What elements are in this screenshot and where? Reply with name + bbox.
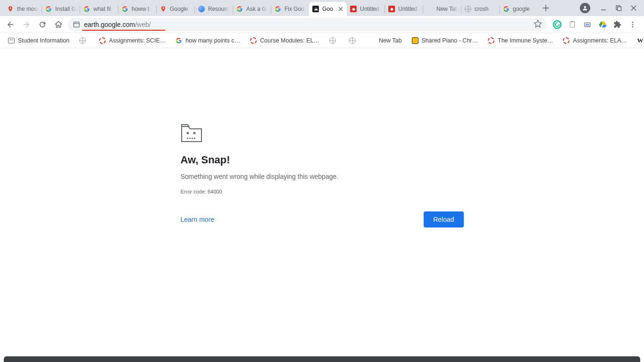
tab-title: Install G — [55, 6, 77, 12]
svg-point-13 — [632, 24, 634, 25]
google-g-icon — [175, 37, 183, 44]
clipboard-extension-icon[interactable] — [568, 20, 577, 29]
browser-tab[interactable]: Fix Goo — [271, 2, 309, 16]
bookmark-item[interactable] — [345, 35, 363, 46]
google-g-icon — [274, 5, 282, 13]
browser-tab[interactable]: Ask a G — [233, 2, 271, 16]
bookmark-item[interactable]: Course Modules: EL… — [246, 35, 323, 46]
tab-title: howw t — [132, 6, 153, 12]
bookmark-item[interactable]: Shared Piano - Chr… — [408, 35, 482, 46]
tab-title: Fix Goo — [284, 6, 306, 12]
tab-title: what fil — [93, 6, 115, 12]
canvas-icon — [562, 37, 570, 44]
bookmark-item[interactable]: The Immune Syste… — [484, 35, 557, 46]
close-window-button[interactable] — [630, 4, 637, 12]
os-shelf[interactable] — [4, 356, 640, 362]
tab-title: Ask a G — [246, 6, 268, 12]
nav-home-button[interactable] — [52, 18, 65, 31]
google-drive-icon[interactable] — [598, 20, 607, 29]
tab-strip: the mooInstall Gwhat filhoww tGoogleReso… — [0, 0, 644, 16]
browser-menu-icon[interactable] — [628, 20, 637, 29]
sad-folder-icon — [181, 124, 202, 143]
tab-title: Untitled — [398, 6, 420, 12]
bookmark-label: The Immune Syste… — [498, 37, 553, 44]
google-g-icon — [45, 5, 52, 13]
nav-forward-button[interactable] — [20, 18, 33, 31]
error-message: Something went wrong while displaying th… — [181, 173, 464, 180]
red-box-icon: ◆ — [350, 5, 357, 13]
svg-point-12 — [632, 22, 634, 23]
browser-tab[interactable]: Install G — [42, 2, 80, 16]
browser-tab[interactable]: the moo — [4, 2, 42, 16]
canvas-icon — [99, 37, 106, 44]
minimize-button[interactable] — [600, 4, 607, 12]
browser-tab[interactable]: Resourc — [195, 2, 233, 16]
canvas-icon — [250, 37, 257, 44]
dark-box-icon: ⛰ — [312, 5, 319, 13]
svg-rect-5 — [74, 22, 79, 27]
svg-point-14 — [632, 26, 634, 27]
browser-tab[interactable]: ◆Untitled — [347, 2, 385, 16]
browser-tab[interactable]: what fil — [80, 2, 118, 16]
nav-reload-button[interactable] — [36, 18, 49, 31]
google-g-icon — [236, 5, 243, 13]
bookmark-item[interactable]: W — [633, 35, 644, 46]
bookmark-item[interactable]: how many points c… — [171, 35, 244, 46]
browser-tab[interactable]: ⛰Goo — [309, 2, 347, 16]
new-tab-button[interactable] — [539, 1, 552, 15]
error-code: Error code: 64000 — [181, 189, 464, 194]
address-bar[interactable]: earth.google.com/web/ — [68, 18, 547, 31]
globe-gray-icon — [349, 37, 356, 44]
reload-button[interactable]: Reload — [424, 211, 463, 227]
browser-tab[interactable]: crosh — [461, 2, 499, 16]
tab-close-icon[interactable] — [337, 6, 344, 12]
grammarly-extension-icon[interactable] — [552, 20, 562, 29]
learn-more-link[interactable]: Learn more — [181, 216, 215, 223]
maps-pin-icon — [7, 5, 14, 13]
bookmark-item[interactable]: Assignments: ELA… — [559, 35, 631, 46]
profile-avatar[interactable] — [580, 3, 590, 13]
tab-title: New Tab — [436, 6, 458, 12]
bookmark-label: Assignments: SCIE… — [109, 37, 166, 44]
browser-toolbar: earth.google.com/web/ — [0, 16, 644, 33]
bookmark-item[interactable]: Student Information — [4, 35, 73, 46]
svg-point-1 — [163, 8, 164, 9]
browser-tab[interactable]: google — [500, 2, 537, 16]
canvas-icon — [487, 37, 495, 44]
url-text: earth.google.com/web/ — [84, 21, 151, 28]
google-g-icon — [83, 5, 91, 13]
browser-tab[interactable]: ◆Untitled — [385, 2, 423, 16]
svg-point-0 — [10, 8, 11, 9]
site-info-icon[interactable] — [73, 21, 80, 28]
bookmark-item[interactable]: New Tab — [365, 35, 405, 46]
bookmark-label: Assignments: ELA… — [573, 37, 627, 44]
svg-point-6 — [75, 22, 75, 23]
bookmarks-bar: Student InformationAssignments: SCIE…how… — [0, 33, 644, 48]
page-content: Aw, Snap! Something went wrong while dis… — [0, 124, 644, 362]
bookmark-label: Shared Piano - Chr… — [422, 37, 478, 44]
browser-tab[interactable]: Google — [157, 2, 194, 16]
bookmark-item[interactable] — [325, 35, 343, 46]
svg-point-7 — [553, 21, 561, 28]
blue-sphere-icon — [198, 5, 205, 13]
globe-gray-icon — [79, 37, 86, 44]
browser-tab[interactable]: New Tab — [423, 2, 461, 16]
nav-back-button[interactable] — [4, 18, 17, 31]
bookmark-item[interactable]: Assignments: SCIE… — [95, 35, 169, 46]
bookmark-star-icon[interactable] — [534, 19, 542, 29]
browser-tab[interactable]: howw t — [118, 2, 156, 16]
maximize-button[interactable] — [615, 4, 622, 12]
wikipedia-icon: W — [636, 37, 644, 44]
bookmark-item[interactable] — [75, 35, 93, 46]
error-panel: Aw, Snap! Something went wrong while dis… — [181, 124, 464, 227]
tab-title: Google — [170, 6, 192, 12]
tab-title: Goo — [322, 6, 337, 12]
tab-title: crosh — [475, 6, 496, 12]
globe-gray-icon — [464, 5, 472, 13]
annotation-underline — [82, 30, 165, 31]
tab-title: the moo — [17, 6, 39, 12]
extensions-puzzle-icon[interactable] — [613, 20, 622, 29]
svg-rect-11 — [585, 24, 589, 26]
screenshot-extension-icon[interactable] — [583, 20, 592, 29]
bookmark-label: Student Information — [18, 37, 69, 44]
